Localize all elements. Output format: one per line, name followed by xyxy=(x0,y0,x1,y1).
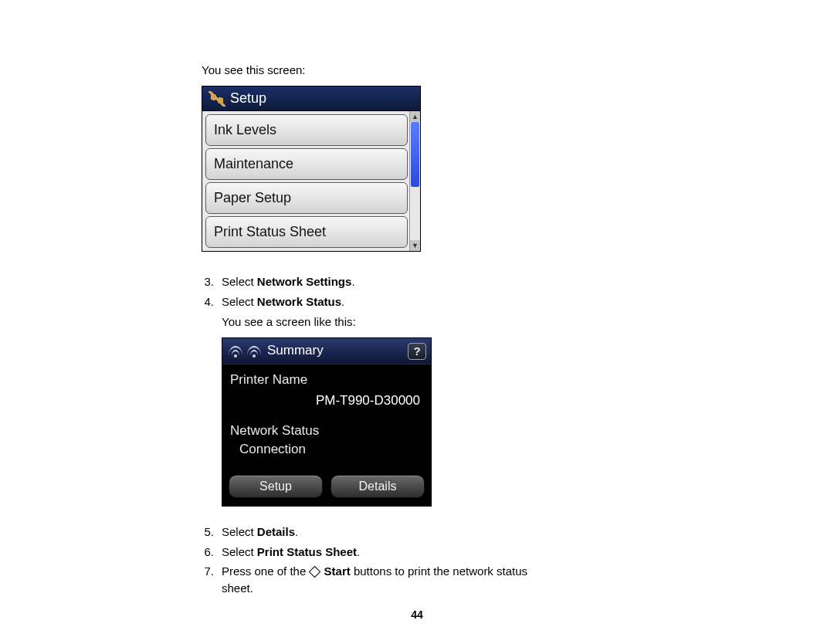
step-text: Press one of the xyxy=(222,564,309,578)
menu-item-print-status-sheet[interactable]: Print Status Sheet xyxy=(205,216,408,248)
step-text: . xyxy=(351,275,354,288)
step-bold: Print Status Sheet xyxy=(257,545,357,558)
step-text: Select xyxy=(222,525,257,538)
step-text: Select xyxy=(222,295,257,308)
scrollbar[interactable]: ▲ ▼ xyxy=(409,111,420,251)
setup-screenshot: Setup Ink Levels Maintenance Paper Setup… xyxy=(202,86,421,252)
setup-screenshot-header: Setup xyxy=(202,86,420,111)
summary-header: Summary ? xyxy=(222,338,431,364)
help-icon[interactable]: ? xyxy=(408,343,426,360)
step-number: 6. xyxy=(202,544,222,561)
step-7: 7. Press one of the Start buttons to pri… xyxy=(202,563,541,597)
step-bold: Network Settings xyxy=(257,275,352,288)
details-button[interactable]: Details xyxy=(331,475,425,498)
button-label: Setup xyxy=(259,477,292,495)
intro-text: You see this screen: xyxy=(202,63,541,76)
menu-item-ink-levels[interactable]: Ink Levels xyxy=(205,114,408,146)
step-text: . xyxy=(295,525,298,538)
instruction-steps-a: 3. Select Network Settings. 4. Select Ne… xyxy=(202,273,541,597)
scroll-thumb[interactable] xyxy=(411,122,419,187)
step-text: . xyxy=(357,545,360,558)
network-status-label: Network Status xyxy=(230,422,423,441)
step-text: . xyxy=(341,295,344,308)
step-followup: You see a screen like this: xyxy=(222,315,356,328)
page-number: 44 xyxy=(0,608,834,621)
step-number: 4. xyxy=(202,293,222,520)
printer-name-label: Printer Name xyxy=(230,371,423,390)
menu-item-label: Maintenance xyxy=(214,156,293,172)
setup-button[interactable]: Setup xyxy=(229,475,323,498)
menu-item-label: Print Status Sheet xyxy=(214,224,326,240)
button-label: Details xyxy=(359,477,397,495)
step-number: 7. xyxy=(202,563,222,597)
scroll-track[interactable] xyxy=(410,122,420,240)
step-number: 5. xyxy=(202,524,222,541)
connection-label: Connection xyxy=(230,440,423,459)
menu-item-paper-setup[interactable]: Paper Setup xyxy=(205,182,408,214)
tools-icon xyxy=(208,91,225,107)
menu-item-label: Paper Setup xyxy=(214,190,291,206)
step-3: 3. Select Network Settings. xyxy=(202,273,541,290)
scroll-down-icon[interactable]: ▼ xyxy=(410,240,420,251)
step-text: Select xyxy=(222,545,257,558)
manual-page: You see this screen: Setup Ink Levels Ma… xyxy=(0,0,541,597)
step-6: 6. Select Print Status Sheet. xyxy=(202,544,541,561)
scroll-up-icon[interactable]: ▲ xyxy=(410,111,420,122)
step-bold: Details xyxy=(257,525,295,538)
summary-title: Summary xyxy=(267,341,324,361)
step-number: 3. xyxy=(202,273,222,290)
menu-item-label: Ink Levels xyxy=(214,122,276,138)
setup-title: Setup xyxy=(230,90,266,107)
wifi-icon xyxy=(227,344,244,358)
diamond-icon xyxy=(309,566,321,578)
setup-menu-list: Ink Levels Maintenance Paper Setup Print… xyxy=(202,111,409,251)
step-text: Select xyxy=(222,275,257,288)
step-4: 4. Select Network Status. You see a scre… xyxy=(202,293,541,520)
wifi-direct-icon xyxy=(246,344,263,358)
menu-item-maintenance[interactable]: Maintenance xyxy=(205,148,408,180)
summary-screenshot: Summary ? Printer Name PM-T990-D30000 Ne… xyxy=(222,337,432,507)
step-bold: Network Status xyxy=(257,295,341,308)
step-bold: Start xyxy=(324,564,351,578)
step-5: 5. Select Details. xyxy=(202,524,541,541)
printer-name-value: PM-T990-D30000 xyxy=(230,391,423,411)
